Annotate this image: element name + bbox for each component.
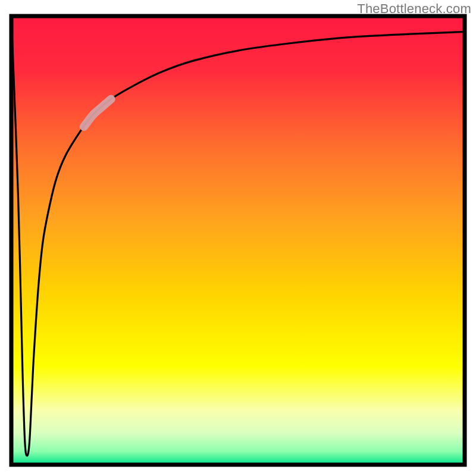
bottleneck-chart: TheBottleneck.com	[0, 0, 476, 476]
plot-background	[11, 16, 465, 465]
watermark-text: TheBottleneck.com	[357, 1, 471, 17]
chart-svg	[0, 0, 476, 476]
